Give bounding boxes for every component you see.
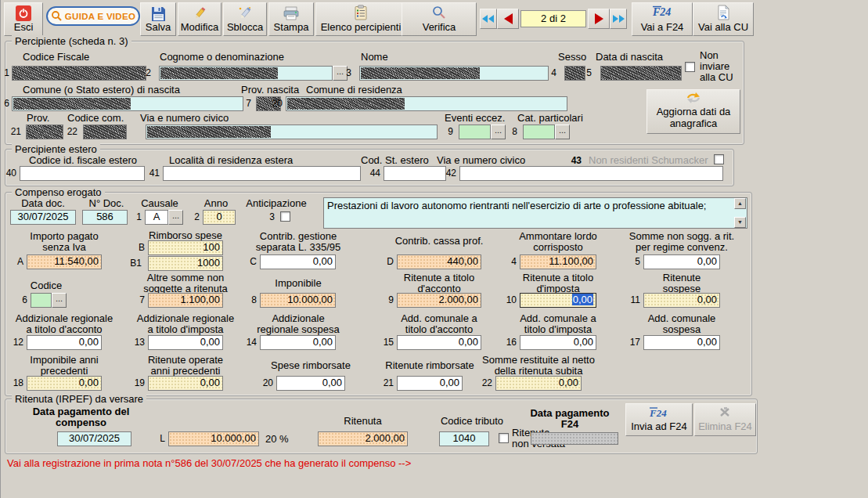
surname-field[interactable]: [159, 66, 333, 81]
foreign-street-field[interactable]: [459, 166, 723, 181]
field-5-convention-exempt[interactable]: 0,00: [643, 254, 720, 269]
field-A-paid-amount[interactable]: 11.540,00: [27, 254, 102, 269]
birthdate-field[interactable]: [600, 66, 682, 81]
foreign-residence-label: Località di residenza estera: [169, 155, 293, 166]
unlock-button[interactable]: Sblocca: [223, 2, 267, 36]
update-from-registry-button[interactable]: Aggiorna dati da anagrafica: [646, 89, 740, 134]
scroll-down-button[interactable]: ▼: [734, 217, 746, 228]
province-field[interactable]: [26, 125, 63, 139]
field-6-code-picker[interactable]: ...: [52, 293, 67, 308]
foreign-fiscal-id-field[interactable]: [20, 166, 145, 181]
edit-button[interactable]: Modifica: [178, 2, 222, 36]
town-code-field[interactable]: [83, 125, 127, 139]
save-button[interactable]: Salva: [140, 2, 176, 36]
field-16-municipal-surtax-final[interactable]: 0,00: [520, 335, 596, 350]
service-description-textarea[interactable]: Prestazioni di lavoro autonomo rientrant…: [323, 197, 747, 229]
nav-next-button[interactable]: [588, 9, 610, 29]
prima-nota-link[interactable]: Vai alla registrazione in prima nota n°5…: [7, 457, 411, 469]
redacted-surname: [160, 67, 278, 79]
field-11-withholding-suspended[interactable]: 0,00: [643, 293, 720, 308]
province-label: Prov.: [27, 113, 49, 124]
verify-magnifier-icon: [402, 4, 476, 21]
exit-button[interactable]: Esci: [4, 2, 43, 36]
field-21-refunded-withholding[interactable]: 0,00: [397, 376, 463, 391]
advance-checkbox[interactable]: [280, 211, 290, 222]
field-17-municipal-surtax-suspended[interactable]: 0,00: [643, 335, 720, 350]
expense-refund-label: Rimborso spese: [131, 230, 240, 241]
particular-categories-picker[interactable]: ...: [555, 125, 570, 139]
field-10-withholding-final[interactable]: 0,00: [520, 293, 596, 308]
nav-previous-button[interactable]: [497, 9, 519, 29]
magnifier-icon: [51, 10, 63, 22]
goto-f24-button[interactable]: F24 Vai a F24: [632, 2, 693, 36]
field-14-regional-surtax-suspended[interactable]: 0,00: [260, 335, 336, 350]
municipal-surtax-final-label: Add. comunale a titolo d'imposta: [503, 313, 613, 334]
birth-town-label: Comune (o Stato estero) di nascita: [23, 85, 180, 96]
field-B1-expense-refund[interactable]: 1000: [148, 256, 223, 271]
foreign-fiscal-id-num: 40: [1, 168, 16, 179]
doc-number-field[interactable]: 586: [82, 210, 128, 225]
town-code-num: 22: [62, 126, 77, 137]
field-B-expense-refund[interactable]: 100: [148, 240, 223, 255]
foreign-residence-field[interactable]: [163, 166, 361, 181]
goto-cu-button[interactable]: Vai alla CU: [693, 2, 754, 36]
field-22-returned-sums[interactable]: 0,00: [495, 376, 582, 391]
reason-code-field[interactable]: A: [145, 210, 168, 225]
field-9-num: 9: [378, 294, 394, 305]
birthdate-num: 5: [576, 67, 592, 78]
exceptional-events-field[interactable]: [459, 125, 491, 139]
field-8-taxable[interactable]: 10.000,00: [260, 293, 336, 308]
no-cu-checkbox[interactable]: [685, 62, 695, 72]
schumacker-checkbox[interactable]: [714, 154, 724, 164]
residence-town-field[interactable]: [286, 96, 567, 111]
taxable-base-field[interactable]: 10.000,00: [168, 431, 259, 446]
field-B-num: B: [129, 242, 145, 253]
verify-button[interactable]: Verifica: [402, 2, 477, 36]
field-20-refunded-expenses[interactable]: 0,00: [276, 376, 345, 391]
nav-first-button[interactable]: [480, 9, 497, 29]
particular-categories-field[interactable]: [523, 125, 555, 139]
foreign-residence-num: 41: [144, 168, 160, 179]
guida-label: GUIDA E VIDEO: [65, 12, 135, 21]
field-D-fund-contribution[interactable]: 440,00: [397, 254, 481, 269]
field-18-prior-years-taxable[interactable]: 0,00: [27, 376, 102, 391]
field-15-municipal-surtax-advance[interactable]: 0,00: [397, 335, 481, 350]
tax-code-field[interactable]: 1040: [439, 431, 489, 446]
regional-surtax-suspended-label: Addizionale regionale sospesa: [243, 313, 353, 334]
recipients-list-button[interactable]: Elenco percipienti: [315, 2, 406, 36]
year-field[interactable]: 0: [203, 210, 236, 225]
recipient-legend: Percipiente (scheda n. 3): [12, 35, 131, 47]
not-paid-checkbox[interactable]: [499, 433, 509, 443]
withholding-suspended-label: Ritenute sospese: [627, 272, 737, 294]
reason-code-picker[interactable]: ...: [168, 210, 183, 225]
print-button[interactable]: Stampa: [268, 2, 314, 36]
withholding-amount-field[interactable]: 2.000,00: [318, 431, 408, 446]
birth-town-field[interactable]: [12, 96, 243, 111]
field-4-gross-amount[interactable]: 11.100,00: [520, 254, 596, 269]
field-19-prior-years-withholding[interactable]: 0,00: [148, 376, 223, 391]
send-to-f24-button[interactable]: F24 Invia ad F24: [625, 403, 693, 436]
scroll-up-button[interactable]: ▲: [734, 198, 746, 209]
payment-date-field[interactable]: 30/07/2025: [57, 431, 131, 446]
field-12-regional-surtax-advance[interactable]: 0,00: [27, 335, 102, 350]
name-field[interactable]: [359, 66, 549, 81]
fiscal-code-field[interactable]: [12, 66, 146, 81]
field-6-code[interactable]: [31, 293, 52, 308]
guida-e-video-button[interactable]: GUIDA E VIDEO: [46, 6, 140, 26]
field-C-separate-contribution[interactable]: 0,00: [260, 254, 336, 269]
field-7-num: 7: [129, 294, 145, 305]
field-13-regional-surtax-final[interactable]: 0,00: [148, 335, 223, 350]
field-9-withholding-advance[interactable]: 2.000,00: [397, 293, 481, 308]
municipal-surtax-suspended-label: Add. comunale sospesa: [627, 313, 737, 334]
delete-f24-button[interactable]: Elimina F24: [694, 403, 756, 436]
convention-exempt-label: Somme non sogg. a rit. per regime conven…: [627, 231, 737, 252]
nav-last-button[interactable]: [610, 9, 627, 29]
foreign-street-num: 42: [441, 168, 456, 179]
doc-date-field[interactable]: 30/07/2025: [10, 210, 76, 225]
send-to-f24-label: Invia ad F24: [626, 420, 692, 432]
field-7-other-exempt-sums[interactable]: 1.100,00: [148, 293, 223, 308]
street-field[interactable]: [146, 125, 438, 139]
doc-date-label: Data doc.: [12, 198, 74, 209]
foreign-state-code-field[interactable]: [384, 166, 446, 181]
regional-surtax-final-label: Addizionale regionale a titolo d'imposta: [131, 313, 240, 334]
